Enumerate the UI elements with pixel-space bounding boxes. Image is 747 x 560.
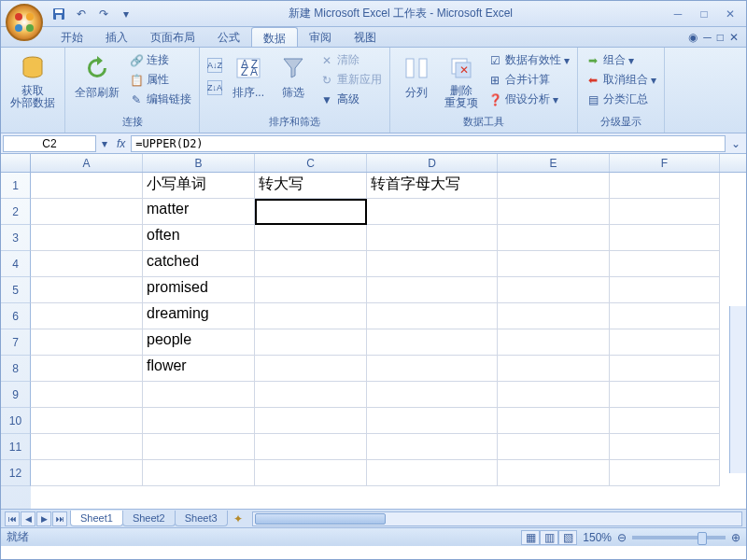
- horizontal-scrollbar[interactable]: [252, 511, 742, 526]
- cell-E5[interactable]: [498, 277, 610, 303]
- cell-F11[interactable]: [610, 434, 720, 460]
- col-header-C[interactable]: C: [255, 154, 367, 172]
- zoom-in-button[interactable]: ⊕: [731, 531, 740, 544]
- properties-button[interactable]: 📋属性: [127, 71, 193, 89]
- normal-view-button[interactable]: ▦: [521, 530, 540, 545]
- page-break-view-button[interactable]: ▧: [558, 530, 577, 545]
- namebox-dropdown-icon[interactable]: ▾: [98, 137, 111, 150]
- cell-F3[interactable]: [610, 225, 720, 251]
- ribbon-close-icon[interactable]: ✕: [729, 31, 739, 44]
- undo-icon[interactable]: ↶: [72, 5, 91, 23]
- vertical-scrollbar[interactable]: [729, 306, 746, 473]
- col-header-D[interactable]: D: [367, 154, 498, 172]
- cell-E11[interactable]: [498, 434, 610, 460]
- row-header-6[interactable]: 6: [1, 303, 31, 329]
- cell-F1[interactable]: [610, 173, 720, 199]
- cell-A4[interactable]: [31, 251, 143, 277]
- cell-A1[interactable]: [31, 173, 143, 199]
- sort-desc-button[interactable]: Z↓A: [205, 79, 224, 96]
- cell-B12[interactable]: [143, 460, 255, 486]
- cell-E7[interactable]: [498, 329, 610, 356]
- cell-A2[interactable]: [31, 199, 143, 225]
- cell-F2[interactable]: [610, 199, 720, 225]
- cell-B9[interactable]: [143, 382, 255, 408]
- sheet-tab-Sheet1[interactable]: Sheet1: [70, 511, 123, 526]
- cell-E8[interactable]: [498, 356, 610, 382]
- select-all-corner[interactable]: [1, 154, 31, 172]
- cell-F12[interactable]: [610, 460, 720, 486]
- get-external-data-button[interactable]: 获取 外部数据: [7, 51, 59, 111]
- cell-F10[interactable]: [610, 408, 720, 434]
- cell-B4[interactable]: catched: [143, 251, 255, 277]
- filter-button[interactable]: 筛选: [273, 51, 314, 103]
- cell-C8[interactable]: [255, 356, 367, 382]
- cell-A11[interactable]: [31, 434, 143, 460]
- cell-F9[interactable]: [610, 382, 720, 408]
- row-header-3[interactable]: 3: [1, 225, 31, 251]
- row-header-11[interactable]: 11: [1, 434, 31, 460]
- cell-D4[interactable]: [367, 251, 498, 277]
- cell-A7[interactable]: [31, 329, 143, 356]
- sort-button[interactable]: A ZZ A 排序...: [228, 51, 269, 103]
- cell-D12[interactable]: [367, 460, 498, 486]
- cell-D6[interactable]: [367, 303, 498, 329]
- cell-B8[interactable]: flower: [143, 356, 255, 382]
- cell-A9[interactable]: [31, 382, 143, 408]
- col-header-F[interactable]: F: [610, 154, 720, 172]
- cell-A10[interactable]: [31, 408, 143, 434]
- cell-B11[interactable]: [143, 434, 255, 460]
- cell-E1[interactable]: [498, 173, 610, 199]
- sheet-tab-Sheet3[interactable]: Sheet3: [175, 511, 228, 526]
- row-header-9[interactable]: 9: [1, 382, 31, 408]
- cell-E3[interactable]: [498, 225, 610, 251]
- cell-C12[interactable]: [255, 460, 367, 486]
- cell-C6[interactable]: [255, 303, 367, 329]
- cell-E4[interactable]: [498, 251, 610, 277]
- cell-D5[interactable]: [367, 277, 498, 303]
- cell-D9[interactable]: [367, 382, 498, 408]
- cell-D11[interactable]: [367, 434, 498, 460]
- row-header-4[interactable]: 4: [1, 251, 31, 277]
- cell-D2[interactable]: [367, 199, 498, 225]
- page-layout-view-button[interactable]: ▥: [540, 530, 558, 545]
- cell-B7[interactable]: people: [143, 329, 255, 356]
- insert-sheet-icon[interactable]: ✦: [228, 512, 248, 525]
- cell-D7[interactable]: [367, 329, 498, 356]
- what-if-button[interactable]: ❓假设分析 ▾: [486, 91, 571, 108]
- sheet-tab-Sheet2[interactable]: Sheet2: [122, 511, 176, 526]
- cell-F8[interactable]: [610, 356, 720, 382]
- consolidate-button[interactable]: ⊞合并计算: [486, 71, 571, 89]
- col-header-B[interactable]: B: [143, 154, 255, 172]
- subtotal-button[interactable]: ▤分类汇总: [584, 91, 658, 108]
- cell-C3[interactable]: [255, 225, 367, 251]
- row-header-7[interactable]: 7: [1, 329, 31, 356]
- cell-A5[interactable]: [31, 277, 143, 303]
- tab-视图[interactable]: 视图: [343, 27, 388, 47]
- cell-C5[interactable]: [255, 277, 367, 303]
- connections-button[interactable]: 🔗连接: [127, 51, 193, 69]
- row-header-12[interactable]: 12: [1, 460, 31, 486]
- sheet-nav-last[interactable]: ⏭: [52, 511, 67, 526]
- cell-B3[interactable]: often: [143, 225, 255, 251]
- tab-公式[interactable]: 公式: [206, 27, 251, 47]
- fx-button[interactable]: fx: [111, 137, 131, 150]
- cell-F5[interactable]: [610, 277, 720, 303]
- row-header-10[interactable]: 10: [1, 408, 31, 434]
- cell-A8[interactable]: [31, 356, 143, 382]
- cell-A12[interactable]: [31, 460, 143, 486]
- cell-C11[interactable]: [255, 434, 367, 460]
- cell-D8[interactable]: [367, 356, 498, 382]
- row-header-1[interactable]: 1: [1, 173, 31, 199]
- col-header-A[interactable]: A: [31, 154, 143, 172]
- cell-C1[interactable]: 转大写: [255, 173, 367, 199]
- name-box[interactable]: [3, 135, 96, 152]
- cell-E10[interactable]: [498, 408, 610, 434]
- cell-F6[interactable]: [610, 303, 720, 329]
- ungroup-button[interactable]: ⬅取消组合 ▾: [584, 71, 658, 89]
- tab-插入[interactable]: 插入: [94, 27, 139, 47]
- advanced-filter-button[interactable]: ▼高级: [317, 91, 384, 108]
- cell-C7[interactable]: [255, 329, 367, 356]
- minimize-button[interactable]: ─: [666, 6, 690, 22]
- col-header-E[interactable]: E: [498, 154, 610, 172]
- save-icon[interactable]: [49, 5, 68, 23]
